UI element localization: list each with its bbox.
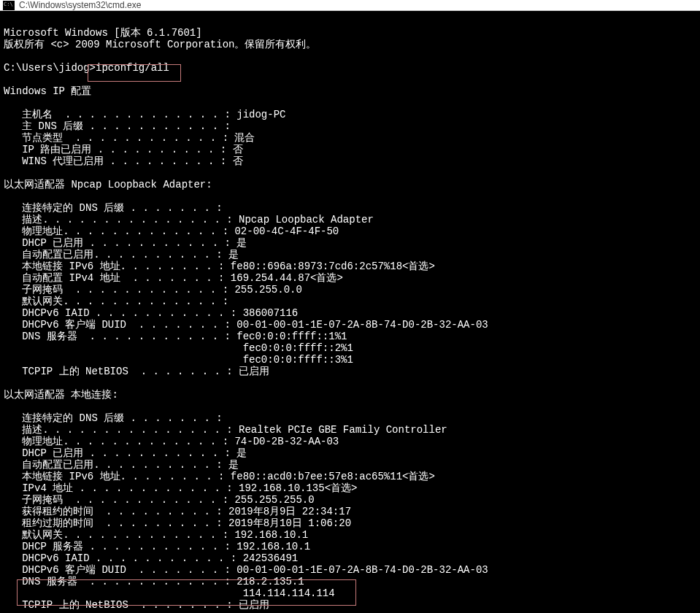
- section-header: Windows IP 配置: [4, 85, 91, 97]
- prompt-line: C:\Users\jidog>ipconfig/all: [4, 62, 169, 74]
- line: 自动配置已启用. . . . . . . . . . : 是: [4, 249, 239, 261]
- line: 主机名 . . . . . . . . . . . . . : jidog-PC: [4, 109, 285, 120]
- section-header: 以太网适配器 Npcap Loopback Adapter:: [4, 179, 212, 190]
- line: DHCP 已启用 . . . . . . . . . . . : 是: [4, 447, 247, 459]
- line: 默认网关. . . . . . . . . . . . . : 192.168.…: [4, 529, 308, 541]
- cmd-window: C:\Windows\system32\cmd.exe Microsoft Wi…: [0, 0, 700, 613]
- line: DHCPv6 IAID . . . . . . . . . . . : 3860…: [4, 307, 298, 319]
- line: 获得租约的时间 . . . . . . . . . : 2019年8月9日 22…: [4, 506, 351, 517]
- window-title: C:\Windows\system32\cmd.exe: [19, 0, 141, 10]
- section-header: 以太网适配器 本地连接:: [4, 389, 118, 401]
- line: DHCPv6 客户端 DUID . . . . . . . : 00-01-00…: [4, 319, 488, 331]
- line: 本地链接 IPv6 地址. . . . . . . . : fe80::696a…: [4, 261, 435, 272]
- line: 子网掩码 . . . . . . . . . . . . : 255.255.0…: [4, 284, 302, 296]
- line: 物理地址. . . . . . . . . . . . . : 02-00-4C…: [4, 225, 339, 237]
- line: WINS 代理已启用 . . . . . . . . . : 否: [4, 155, 243, 167]
- line: 114.114.114.114: [4, 587, 335, 599]
- line: 节点类型 . . . . . . . . . . . . : 混合: [4, 132, 255, 144]
- line: 描述. . . . . . . . . . . . . . . : Realte…: [4, 424, 447, 436]
- line: DHCP 服务器 . . . . . . . . . . . : 192.168…: [4, 541, 310, 552]
- line: DHCP 已启用 . . . . . . . . . . . : 是: [4, 237, 247, 249]
- line: Microsoft Windows [版本 6.1.7601]: [4, 27, 202, 39]
- line: 描述. . . . . . . . . . . . . . . : Npcap …: [4, 214, 374, 225]
- line: fec0:0:0:ffff::3%1: [4, 354, 353, 366]
- line: DNS 服务器 . . . . . . . . . . . : fec0:0:0…: [4, 331, 347, 342]
- line: 主 DNS 后缀 . . . . . . . . . . . :: [4, 120, 231, 132]
- cmd-icon: [3, 1, 15, 10]
- line: TCPIP 上的 NetBIOS . . . . . . . : 已启用: [4, 599, 269, 611]
- line: fec0:0:0:ffff::2%1: [4, 342, 353, 354]
- line: 版权所有 <c> 2009 Microsoft Corporation。保留所有…: [4, 39, 316, 50]
- line: 连接特定的 DNS 后缀 . . . . . . . :: [4, 412, 223, 424]
- line: 物理地址. . . . . . . . . . . . . : 74-D0-2B…: [4, 436, 339, 447]
- line: 租约过期的时间 . . . . . . . . . : 2019年8月10日 1…: [4, 517, 351, 529]
- line: DHCPv6 客户端 DUID . . . . . . . : 00-01-00…: [4, 564, 488, 576]
- titlebar[interactable]: C:\Windows\system32\cmd.exe: [0, 0, 700, 11]
- line: 本地链接 IPv6 地址. . . . . . . . : fe80::acd0…: [4, 471, 435, 482]
- line: DNS 服务器 . . . . . . . . . . . : 218.2.13…: [4, 576, 304, 587]
- terminal-output[interactable]: Microsoft Windows [版本 6.1.7601] 版权所有 <c>…: [0, 11, 700, 613]
- line: 连接特定的 DNS 后缀 . . . . . . . :: [4, 202, 223, 214]
- line: IPv4 地址 . . . . . . . . . . . . : 192.16…: [4, 482, 357, 494]
- line: DHCPv6 IAID . . . . . . . . . . . : 2425…: [4, 552, 298, 564]
- line: 自动配置已启用. . . . . . . . . . : 是: [4, 459, 239, 471]
- line: 自动配置 IPv4 地址 . . . . . . . : 169.254.44.…: [4, 272, 343, 284]
- line: IP 路由已启用 . . . . . . . . . . : 否: [4, 144, 243, 155]
- line: 默认网关. . . . . . . . . . . . . :: [4, 296, 228, 307]
- line: TCPIP 上的 NetBIOS . . . . . . . : 已启用: [4, 366, 269, 377]
- line: 子网掩码 . . . . . . . . . . . . : 255.255.2…: [4, 494, 315, 506]
